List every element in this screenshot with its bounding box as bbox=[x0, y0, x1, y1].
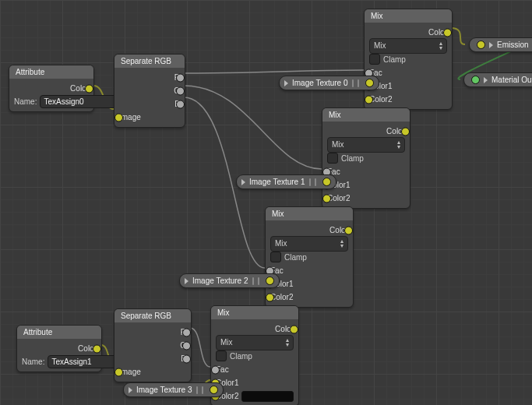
socket-out-color[interactable] bbox=[344, 226, 353, 234]
node-mix-2[interactable]: Mix Color Mix▴▾ Clamp Fac Color1 Color2 bbox=[265, 206, 354, 308]
expand-toggle-icon[interactable] bbox=[129, 387, 132, 393]
color-swatch[interactable] bbox=[241, 391, 294, 402]
socket-out-g[interactable] bbox=[176, 86, 185, 95]
socket-in-color[interactable] bbox=[477, 40, 485, 49]
expand-toggle-icon[interactable] bbox=[484, 77, 488, 83]
socket-out-color[interactable] bbox=[93, 344, 101, 353]
node-separate-rgb-1[interactable]: Separate RGB R G B Image bbox=[114, 308, 192, 382]
mix-mode-dropdown[interactable]: Mix▴▾ bbox=[270, 236, 348, 252]
node-header: Attribute bbox=[9, 65, 93, 79]
node-header: Mix bbox=[365, 9, 452, 23]
node-image-texture-0[interactable]: Image Texture 0 bbox=[279, 76, 379, 90]
socket-out-color[interactable] bbox=[85, 84, 93, 93]
socket-out-color[interactable] bbox=[290, 325, 298, 333]
node-mix-3[interactable]: Mix Color Mix▴▾ Clamp Fac Color1 Color2 bbox=[210, 305, 299, 405]
clamp-checkbox[interactable]: Clamp bbox=[270, 252, 348, 262]
node-material-output[interactable]: Material Output bbox=[463, 72, 532, 87]
attr-name-label: Name: bbox=[14, 97, 37, 106]
node-attribute-0[interactable]: Attribute Color Name: bbox=[9, 65, 94, 112]
mix-mode-dropdown[interactable]: Mix▴▾ bbox=[216, 335, 294, 350]
node-image-texture-1[interactable]: Image Texture 1 bbox=[236, 174, 336, 189]
socket-out-color[interactable] bbox=[401, 127, 410, 136]
expand-toggle-icon[interactable] bbox=[489, 42, 493, 48]
node-emission[interactable]: Emission bbox=[469, 37, 532, 52]
socket-in-shader[interactable] bbox=[471, 76, 480, 84]
expand-toggle-icon[interactable] bbox=[284, 80, 288, 86]
node-header: Separate RGB bbox=[115, 309, 191, 322]
expand-toggle-icon[interactable] bbox=[185, 278, 188, 284]
node-mix-1[interactable]: Mix Color Mix▴▾ Clamp Fac Color1 Color2 bbox=[322, 107, 410, 209]
node-header: Mix bbox=[322, 108, 410, 122]
socket-out-color[interactable] bbox=[210, 386, 218, 394]
clamp-checkbox[interactable]: Clamp bbox=[327, 153, 405, 164]
dropdown-arrows-icon: ▴▾ bbox=[286, 338, 289, 347]
socket-out-b[interactable] bbox=[176, 100, 185, 108]
socket-in-color2[interactable] bbox=[266, 293, 274, 301]
socket-out-r[interactable] bbox=[176, 73, 185, 82]
mix-mode-dropdown[interactable]: Mix▴▾ bbox=[369, 38, 447, 54]
socket-out-color[interactable] bbox=[365, 79, 374, 87]
node-header: Mix bbox=[266, 207, 353, 220]
socket-in-color2[interactable] bbox=[365, 95, 373, 104]
socket-in-image[interactable] bbox=[115, 113, 123, 122]
socket-out-b[interactable] bbox=[182, 354, 191, 363]
node-header: Mix bbox=[211, 306, 298, 319]
socket-out-color[interactable] bbox=[322, 178, 331, 186]
mix-mode-dropdown[interactable]: Mix▴▾ bbox=[327, 137, 405, 153]
node-image-texture-2[interactable]: Image Texture 2 bbox=[179, 273, 280, 288]
socket-in-fac[interactable] bbox=[211, 365, 220, 374]
node-image-texture-3[interactable]: Image Texture 3 bbox=[123, 382, 224, 397]
dropdown-arrows-icon: ▴▾ bbox=[397, 140, 400, 150]
socket-in-color2[interactable] bbox=[322, 194, 331, 202]
socket-out-g[interactable] bbox=[182, 341, 191, 350]
node-attribute-1[interactable]: Attribute Color Name: bbox=[16, 325, 102, 372]
socket-out-r[interactable] bbox=[182, 328, 191, 336]
node-header: Attribute bbox=[17, 326, 101, 339]
clamp-checkbox[interactable]: Clamp bbox=[369, 54, 447, 65]
socket-in-image[interactable] bbox=[115, 368, 123, 376]
node-mix-0[interactable]: Mix Color Mix▴▾ Clamp Fac Color1 Color2 bbox=[364, 9, 453, 110]
socket-out-color[interactable] bbox=[443, 28, 452, 37]
dropdown-arrows-icon: ▴▾ bbox=[340, 239, 344, 248]
dropdown-arrows-icon: ▴▾ bbox=[439, 41, 442, 51]
node-separate-rgb-0[interactable]: Separate RGB R G B Image bbox=[114, 54, 185, 128]
node-header: Separate RGB bbox=[115, 55, 185, 68]
socket-out-color[interactable] bbox=[266, 276, 274, 285]
clamp-checkbox[interactable]: Clamp bbox=[216, 350, 294, 361]
expand-toggle-icon[interactable] bbox=[241, 179, 245, 185]
